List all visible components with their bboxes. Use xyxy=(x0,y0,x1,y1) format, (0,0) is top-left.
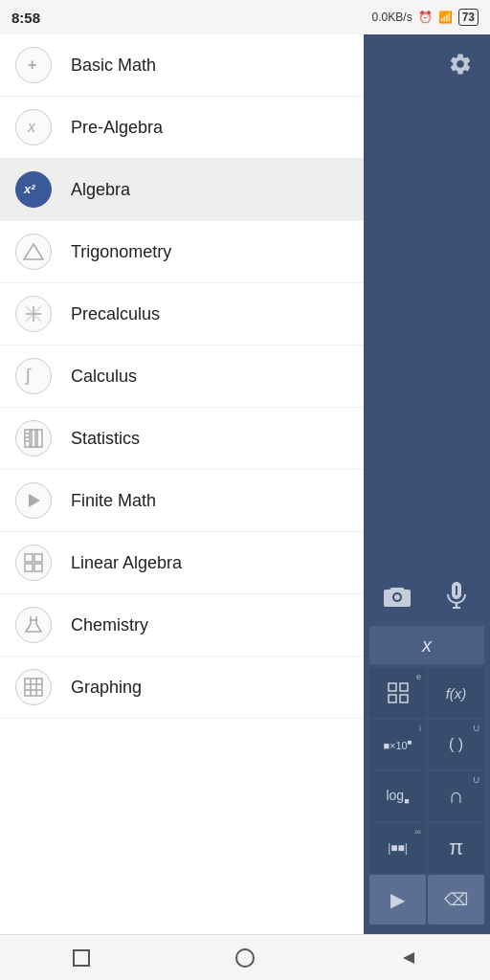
right-panel-middle: x e f(x) xyxy=(369,84,484,934)
svg-rect-9 xyxy=(25,430,42,447)
algebra-label: Algebra xyxy=(71,180,130,200)
matrix-key-superscript: e xyxy=(416,672,421,681)
paren-key-superscript: U xyxy=(474,724,480,733)
linear-algebra-icon xyxy=(15,545,52,581)
scientific-notation-key[interactable]: i ■×10■ xyxy=(369,720,426,769)
math-keypad: e f(x) i ■×10■ U xyxy=(369,668,484,924)
sidebar-item-chemistry[interactable]: Chemistry xyxy=(0,594,364,657)
absolute-key[interactable]: ∞ |■■| xyxy=(369,823,426,873)
log-key-label: log■ xyxy=(386,788,409,806)
sidebar-item-algebra[interactable]: x²Algebra xyxy=(0,159,364,221)
bottom-nav-bar xyxy=(0,934,490,980)
svg-rect-17 xyxy=(34,554,42,562)
svg-text:+: + xyxy=(28,56,36,73)
svg-rect-27 xyxy=(400,683,408,691)
svg-marker-32 xyxy=(403,952,414,964)
main-container: +Basic MathxPre-Algebrax²AlgebraTrigonom… xyxy=(0,34,490,934)
sidebar-item-statistics[interactable]: Statistics xyxy=(0,408,364,470)
intersect-key[interactable]: U ∩ xyxy=(428,771,484,821)
camera-button[interactable] xyxy=(372,572,422,618)
svg-point-31 xyxy=(236,949,254,967)
log-key[interactable]: log■ xyxy=(369,771,426,821)
battery-level: 73 xyxy=(462,11,475,24)
svg-rect-28 xyxy=(389,695,396,702)
precalculus-label: Precalculus xyxy=(71,304,160,324)
linear-algebra-label: Linear Algebra xyxy=(71,553,182,573)
pi-key-label: π xyxy=(449,835,463,860)
delete-key-label: ⌫ xyxy=(444,889,468,910)
trigonometry-icon xyxy=(15,234,52,270)
pre-algebra-label: Pre-Algebra xyxy=(71,118,163,138)
svg-rect-30 xyxy=(74,950,89,966)
svg-rect-19 xyxy=(34,564,42,571)
svg-text:∫: ∫ xyxy=(24,366,32,385)
algebra-icon: x² xyxy=(15,171,52,208)
svg-rect-29 xyxy=(400,695,408,702)
fx-key-label: f(x) xyxy=(446,685,467,702)
signal-icon: 📶 xyxy=(438,11,453,24)
status-icons: 0.0KB/s ⏰ 📶 73 xyxy=(372,9,479,26)
alarm-icon: ⏰ xyxy=(418,11,433,24)
delete-key[interactable]: ⌫ xyxy=(428,875,484,924)
sci-key-superscript: i xyxy=(419,724,421,733)
basic-math-label: Basic Math xyxy=(71,56,156,76)
status-bar: 8:58 0.0KB/s ⏰ 📶 73 xyxy=(0,0,490,34)
sidebar-item-trigonometry[interactable]: Trigonometry xyxy=(0,221,364,283)
arrow-key[interactable]: ▶ xyxy=(369,875,426,924)
camera-mic-row xyxy=(372,572,481,618)
graphing-icon xyxy=(15,669,52,705)
basic-math-icon: + xyxy=(15,47,52,83)
svg-text:x: x xyxy=(27,119,36,135)
paren-key-label: ( ) xyxy=(449,736,463,753)
svg-rect-13 xyxy=(30,430,32,447)
pi-key[interactable]: π xyxy=(428,823,484,873)
battery-indicator: 73 xyxy=(458,9,479,26)
square-button[interactable] xyxy=(53,939,110,977)
fx-key[interactable]: f(x) xyxy=(428,668,484,718)
network-speed: 0.0KB/s xyxy=(372,11,412,24)
pre-algebra-icon: x xyxy=(15,109,52,145)
chemistry-label: Chemistry xyxy=(71,615,148,635)
svg-marker-3 xyxy=(24,244,43,259)
abs-key-superscript: ∞ xyxy=(415,827,421,836)
precalculus-icon xyxy=(15,296,52,332)
svg-rect-14 xyxy=(35,430,37,447)
svg-marker-15 xyxy=(29,494,40,507)
intersect-key-superscript: U xyxy=(474,775,480,785)
sidebar-item-basic-math[interactable]: +Basic Math xyxy=(0,34,364,97)
sci-key-label: ■×10■ xyxy=(383,738,412,751)
sidebar-item-calculus[interactable]: ∫Calculus xyxy=(0,345,364,408)
arrow-key-label: ▶ xyxy=(390,888,405,911)
sidebar-item-precalculus[interactable]: Precalculus xyxy=(0,283,364,345)
back-button[interactable] xyxy=(380,939,437,977)
x-display: x xyxy=(369,626,484,664)
matrix-key[interactable]: e xyxy=(369,668,426,718)
parentheses-key[interactable]: U ( ) xyxy=(428,720,484,769)
abs-key-label: |■■| xyxy=(388,841,408,855)
sidebar-menu: +Basic MathxPre-Algebrax²AlgebraTrigonom… xyxy=(0,34,364,934)
intersect-key-label: ∩ xyxy=(449,784,464,809)
sidebar-item-finite-math[interactable]: Finite Math xyxy=(0,470,364,532)
sidebar-item-graphing[interactable]: Graphing xyxy=(0,657,364,719)
x-label: x xyxy=(422,635,432,657)
sidebar-item-pre-algebra[interactable]: xPre-Algebra xyxy=(0,97,364,159)
status-time: 8:58 xyxy=(11,10,40,26)
svg-text:x²: x² xyxy=(23,182,35,196)
statistics-icon xyxy=(15,420,52,457)
svg-rect-18 xyxy=(25,564,33,571)
calculus-icon: ∫ xyxy=(15,358,52,394)
home-button[interactable] xyxy=(216,939,274,977)
statistics-label: Statistics xyxy=(71,429,140,449)
finite-math-icon xyxy=(15,482,52,519)
right-panel: x e f(x) xyxy=(364,34,490,934)
trigonometry-label: Trigonometry xyxy=(71,242,171,262)
sidebar-item-linear-algebra[interactable]: Linear Algebra xyxy=(0,532,364,594)
finite-math-label: Finite Math xyxy=(71,491,156,511)
svg-rect-21 xyxy=(25,679,42,696)
graphing-label: Graphing xyxy=(71,678,142,698)
svg-rect-26 xyxy=(389,683,396,691)
microphone-button[interactable] xyxy=(432,572,481,618)
chemistry-icon xyxy=(15,607,52,643)
settings-button[interactable] xyxy=(440,44,480,84)
svg-rect-16 xyxy=(25,554,33,562)
